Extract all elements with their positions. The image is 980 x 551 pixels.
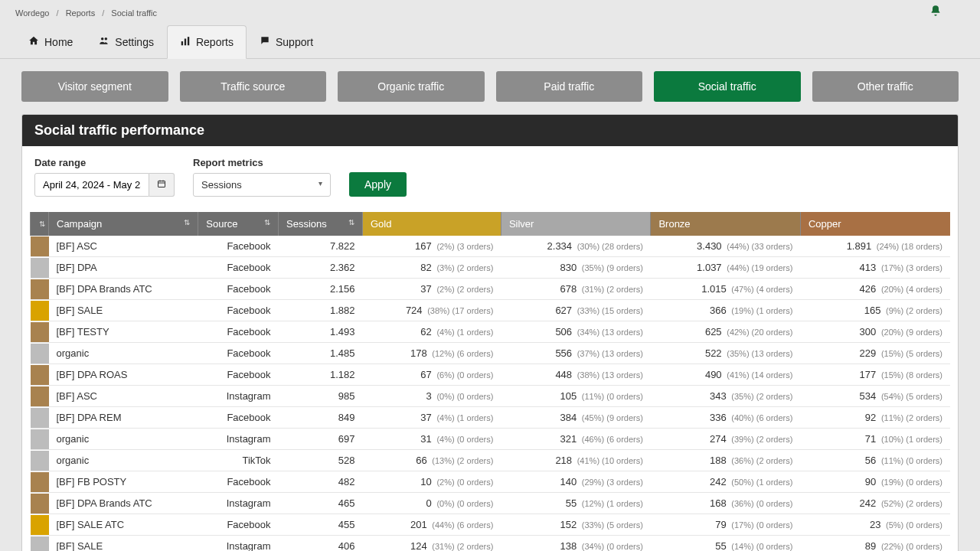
table-row[interactable]: organicFacebook1.485178 (12%) (6 orders)… — [31, 343, 951, 364]
segment-bar — [31, 300, 49, 321]
cell-campaign: organic — [49, 343, 198, 364]
date-range-input[interactable] — [34, 173, 149, 197]
table-row[interactable]: [BF] TESTYFacebook1.49362 (4%) (1 orders… — [31, 321, 951, 343]
cell-sessions: 2.362 — [279, 257, 363, 279]
cell-campaign: organic — [49, 450, 198, 471]
svg-rect-5 — [158, 181, 165, 187]
cell-source: TikTok — [198, 450, 279, 471]
metrics-select[interactable]: Sessions — [193, 173, 331, 197]
nav-home[interactable]: Home — [15, 25, 86, 58]
cell-bronze: 490 (41%) (14 orders) — [651, 364, 801, 386]
cell-bronze: 168 (36%) (0 orders) — [651, 493, 801, 514]
cell-copper: 534 (54%) (5 orders) — [800, 386, 950, 407]
metrics-label: Report metrics — [193, 157, 331, 168]
report-controls: Date range Report metrics Sessions Apply — [22, 146, 958, 212]
segment-bar — [31, 279, 49, 300]
cell-gold: 62 (4%) (1 orders) — [362, 321, 501, 343]
cell-copper: 71 (10%) (1 orders) — [800, 429, 950, 450]
cell-source: Instagram — [198, 429, 279, 450]
col-bar-sort[interactable]: ⇅ — [31, 212, 49, 236]
cell-campaign: [BF] ASC — [49, 386, 198, 407]
cell-copper: 23 (5%) (0 orders) — [800, 514, 950, 536]
cell-sessions: 985 — [279, 386, 363, 407]
cell-bronze: 55 (14%) (0 orders) — [651, 536, 801, 552]
segment-bar — [31, 471, 49, 493]
cell-silver: 506 (34%) (13 orders) — [501, 321, 651, 343]
segment-bar — [31, 429, 49, 450]
cell-gold: 37 (2%) (2 orders) — [362, 279, 501, 300]
cell-copper: 92 (11%) (2 orders) — [800, 407, 950, 429]
cell-source: Facebook — [198, 236, 279, 257]
col-campaign[interactable]: Campaign⇅ — [49, 212, 198, 236]
tab-visitor-segment[interactable]: Visitor segment — [21, 71, 168, 102]
cell-bronze: 336 (40%) (6 orders) — [651, 407, 801, 429]
col-sessions[interactable]: Sessions⇅ — [279, 212, 363, 236]
cell-campaign: [BF] ASC — [49, 236, 198, 257]
table-row[interactable]: [BF] DPAFacebook2.36282 (3%) (2 orders)8… — [31, 257, 951, 279]
cell-bronze: 625 (42%) (20 orders) — [651, 321, 801, 343]
table-row[interactable]: organicTikTok52866 (13%) (2 orders)218 (… — [31, 450, 951, 471]
tab-organic-traffic[interactable]: Organic traffic — [338, 71, 485, 102]
table-row[interactable]: [BF] SALEFacebook1.882724 (38%) (17 orde… — [31, 300, 951, 321]
segment-bar — [31, 450, 49, 471]
svg-rect-3 — [185, 38, 186, 45]
nav-reports[interactable]: Reports — [167, 25, 247, 59]
table-row[interactable]: [BF] SALEInstagram406124 (31%) (2 orders… — [31, 536, 951, 552]
breadcrumb-section[interactable]: Reports — [66, 8, 96, 18]
cell-copper: 229 (15%) (5 orders) — [800, 343, 950, 364]
table-row[interactable]: [BF] DPA REMFacebook84937 (4%) (1 orders… — [31, 407, 951, 429]
segment-bar — [31, 257, 49, 279]
svg-rect-2 — [181, 41, 183, 45]
notification-bell-icon[interactable] — [929, 5, 942, 21]
sort-icon: ⇅ — [184, 218, 190, 227]
cell-campaign: [BF] SALE ATC — [49, 514, 198, 536]
nav-settings[interactable]: Settings — [86, 25, 167, 58]
cell-copper: 1.891 (24%) (18 orders) — [800, 236, 950, 257]
report-panel: Social traffic performance Date range Re… — [21, 114, 959, 551]
cell-silver: 218 (41%) (10 orders) — [501, 450, 651, 471]
cell-sessions: 406 — [279, 536, 363, 552]
cell-silver: 140 (29%) (3 orders) — [501, 471, 651, 493]
breadcrumb-root[interactable]: Wordego — [15, 8, 49, 18]
cell-source: Instagram — [198, 536, 279, 552]
cell-bronze: 274 (39%) (2 orders) — [651, 429, 801, 450]
cell-silver: 105 (11%) (0 orders) — [501, 386, 651, 407]
segment-bar — [31, 536, 49, 552]
cell-silver: 321 (46%) (6 orders) — [501, 429, 651, 450]
performance-table: ⇅ Campaign⇅ Source⇅ Sessions⇅ Gold Silve… — [30, 212, 950, 551]
table-row[interactable]: organicInstagram69731 (4%) (0 orders)321… — [31, 429, 951, 450]
tab-paid-traffic[interactable]: Paid traffic — [496, 71, 643, 102]
cell-sessions: 7.822 — [279, 236, 363, 257]
table-row[interactable]: [BF] ASCInstagram9853 (0%) (0 orders)105… — [31, 386, 951, 407]
table-row[interactable]: [BF] FB POSTYFacebook48210 (2%) (0 order… — [31, 471, 951, 493]
cell-silver: 448 (38%) (13 orders) — [501, 364, 651, 386]
cell-bronze: 1.037 (44%) (19 orders) — [651, 257, 801, 279]
tab-social-traffic[interactable]: Social traffic — [654, 71, 801, 102]
cell-gold: 31 (4%) (0 orders) — [362, 429, 501, 450]
date-picker-button[interactable] — [149, 173, 175, 197]
table-row[interactable]: [BF] DPA Brands ATCInstagram4650 (0%) (0… — [31, 493, 951, 514]
table-row[interactable]: [BF] DPA Brands ATCFacebook2.15637 (2%) … — [31, 279, 951, 300]
cell-bronze: 3.430 (44%) (33 orders) — [651, 236, 801, 257]
tab-traffic-source[interactable]: Traffic source — [180, 71, 327, 102]
table-row[interactable]: [BF] DPA ROASFacebook1.18267 (6%) (0 ord… — [31, 364, 951, 386]
cell-sessions: 1.485 — [279, 343, 363, 364]
segment-bar — [31, 386, 49, 407]
cell-gold: 66 (13%) (2 orders) — [362, 450, 501, 471]
cell-silver: 556 (37%) (13 orders) — [501, 343, 651, 364]
tab-other-traffic[interactable]: Other traffic — [812, 71, 959, 102]
col-copper[interactable]: Copper — [800, 212, 950, 236]
cell-gold: 37 (4%) (1 orders) — [362, 407, 501, 429]
col-bronze[interactable]: Bronze — [651, 212, 801, 236]
cell-bronze: 366 (19%) (1 orders) — [651, 300, 801, 321]
table-row[interactable]: [BF] SALE ATCFacebook455201 (44%) (6 ord… — [31, 514, 951, 536]
col-source[interactable]: Source⇅ — [198, 212, 279, 236]
date-range-label: Date range — [34, 157, 175, 168]
nav-support[interactable]: Support — [247, 25, 326, 58]
breadcrumb-page: Social traffic — [111, 8, 157, 18]
col-silver[interactable]: Silver — [501, 212, 651, 236]
svg-point-1 — [105, 37, 108, 41]
col-gold[interactable]: Gold — [362, 212, 501, 236]
apply-button[interactable]: Apply — [349, 172, 407, 197]
table-row[interactable]: [BF] ASCFacebook7.822167 (2%) (3 orders)… — [31, 236, 951, 257]
